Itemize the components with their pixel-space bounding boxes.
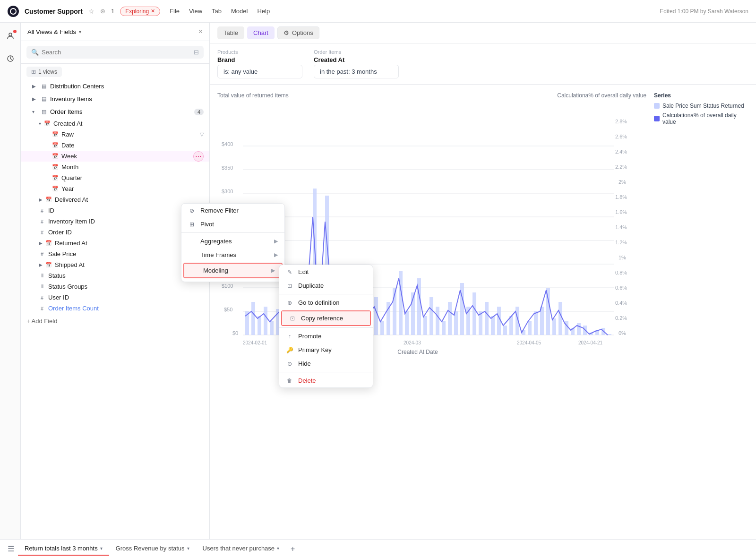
arrow-order-items: ▾ [32,109,38,114]
go-to-definition-label: Go to definition [298,299,339,306]
users-icon-btn[interactable] [3,28,18,43]
section-header-inventory[interactable]: ▶ ▤ Inventory Items [21,93,209,105]
year-item[interactable]: 📅 Year [21,183,209,194]
status-groups-item[interactable]: Ⅱ Status Groups [21,281,209,292]
id-label: ID [48,207,204,214]
svg-rect-75 [491,316,495,335]
quarter-item[interactable]: 📅 Quarter [21,172,209,183]
nav-help[interactable]: Help [257,8,270,15]
exploring-badge[interactable]: Exploring ✕ [120,7,160,16]
history-icon-btn[interactable] [3,51,18,66]
month-item[interactable]: 📅 Month [21,162,209,172]
svg-text:1.2%: 1.2% [615,240,627,245]
nav-model[interactable]: Model [231,8,248,15]
tab1-dropdown[interactable]: ▾ [100,546,103,551]
panel-close-btn[interactable]: × [198,27,203,36]
tab-return-totals[interactable]: Return totals last 3 monhts ▾ [18,542,109,556]
filter-icon[interactable]: ⊟ [194,49,199,56]
order-items-count-item[interactable]: # Order Items Count [21,303,209,314]
add-tab-btn[interactable]: + [286,542,300,556]
calendar-icon-quarter: 📅 [52,175,59,181]
pivot-icon: ⊞ [188,221,196,228]
section-inventory-items: ▶ ▤ Inventory Items [21,93,209,105]
brand-filter-value[interactable]: is: any value [217,65,302,78]
section-header-distribution[interactable]: ▶ ▤ Distribution Centers [21,80,209,93]
week-more-btn[interactable]: ⋯ [193,151,204,162]
tab2-dropdown[interactable]: ▾ [187,546,189,551]
svg-rect-74 [485,302,489,335]
tab-chart[interactable]: Chart [247,26,275,39]
svg-rect-39 [270,321,274,335]
modeling-highlight: Modeling ▶ [183,263,283,278]
week-item[interactable]: 📅 Week ⋯ [21,151,209,162]
nav-tab[interactable]: Tab [212,8,222,15]
svg-rect-82 [534,311,538,335]
calendar-icon: 📅 [44,120,51,127]
add-field-btn[interactable]: + Add Field [21,314,209,328]
calendar-icon-shipped: 📅 [45,262,52,268]
svg-point-0 [9,33,12,36]
tab3-dropdown[interactable]: ▾ [277,546,279,551]
pivot-item[interactable]: ⊞ Pivot [181,217,284,231]
modeling-item[interactable]: Modeling ▶ [184,264,282,277]
tag-count: 1 [111,8,114,15]
aggregates-item[interactable]: Aggregates ▶ [181,234,284,248]
table-icon: ▤ [41,83,47,90]
tab-table[interactable]: Table [217,26,244,39]
created-at-filter-group: Order Items Created At in the past: 3 mo… [314,49,399,78]
hash-icon-id: # [39,207,45,214]
hash-icon-user: # [39,294,45,301]
text-icon-status: Ⅱ [39,273,45,279]
time-frames-item[interactable]: Time Frames ▶ [181,248,284,262]
chart-right-title: Calculationa% of overall daily value [557,92,646,99]
hide-item[interactable]: ⊙ Hide [279,357,373,370]
copy-reference-item[interactable]: ⊡ Copy reference [282,311,370,325]
svg-rect-89 [577,323,581,335]
created-at-group[interactable]: ▾ 📅 Created At [21,118,209,129]
nav-view[interactable]: View [189,8,202,15]
time-frames-arrow: ▶ [274,252,278,258]
delete-item[interactable]: 🗑 Delete [279,374,373,387]
primary-key-label: Primary Key [298,346,332,353]
exploring-close[interactable]: ✕ [151,8,155,14]
date-item[interactable]: 📅 Date [21,140,209,151]
created-at-filter-value[interactable]: in the past: 3 months [314,65,399,78]
sidebar-icons [0,23,21,539]
filter-icon-raw: ▽ [200,131,204,137]
app-title: Customer Support [25,8,83,15]
order-items-count-label: Order Items Count [48,305,204,312]
menu-icon[interactable]: ☰ [4,544,18,553]
duplicate-item[interactable]: ⊡ Duplicate [279,279,373,292]
svg-rect-86 [558,302,562,335]
tab-gross-revenue[interactable]: Gross Revenue by status ▾ [109,542,196,556]
context-menu: ⊘ Remove Filter ⊞ Pivot Aggregates ▶ Tim… [181,203,285,282]
raw-item[interactable]: 📅 Raw ▽ [21,129,209,140]
section-header-order-items[interactable]: ▾ ▤ Order Items 4 [21,105,209,118]
star-icon[interactable]: ☆ [88,8,94,15]
order-id-label: Order ID [48,229,204,236]
tab-users-never-purchase[interactable]: Users that never purchase ▾ [196,542,286,556]
app-logo [8,6,19,17]
tab-options[interactable]: ⚙ Options [277,26,319,39]
user-id-item[interactable]: # User ID [21,292,209,303]
hide-label: Hide [298,360,311,367]
search-input[interactable] [42,49,191,56]
svg-text:1.6%: 1.6% [615,209,627,215]
chart-legend: Series Sale Price Sum Status Returned Ca… [654,92,748,532]
go-to-definition-item[interactable]: ⊕ Go to definition [279,296,373,309]
view-tabs: Table Chart ⚙ Options [210,23,756,43]
nav-file[interactable]: File [170,8,180,15]
add-field-label: + Add Field [26,318,57,325]
edit-item[interactable]: ✎ Edit [279,265,373,279]
svg-rect-87 [565,321,568,335]
promote-item[interactable]: ↑ Promote [279,329,373,343]
primary-key-item[interactable]: 🔑 Primary Key [279,343,373,357]
status-label: Status [48,272,204,279]
bottom-tabs: ☰ Return totals last 3 monhts ▾ Gross Re… [0,539,756,558]
panel-dropdown-arrow[interactable]: ▾ [79,29,81,34]
brand-field-label: Brand [217,56,302,63]
tab-users-label: Users that never purchase [203,545,275,552]
remove-filter-item[interactable]: ⊘ Remove Filter [181,204,284,217]
remove-filter-label: Remove Filter [200,207,239,214]
status-groups-label: Status Groups [48,283,204,290]
